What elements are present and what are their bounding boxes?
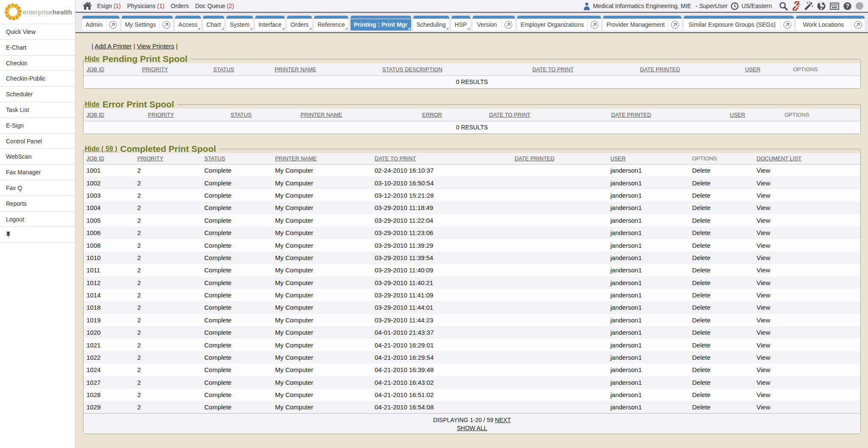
svg-text:?: ? (846, 3, 849, 9)
